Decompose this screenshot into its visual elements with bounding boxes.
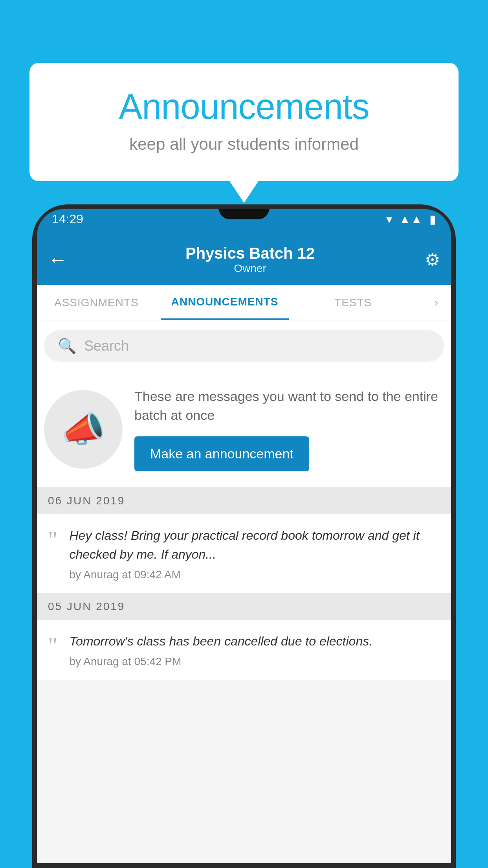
announcement-message-1: Hey class! Bring your practical record b…: [70, 526, 444, 564]
tab-announcements[interactable]: ANNOUNCEMENTS: [161, 285, 289, 320]
speech-bubble-container: Announcements keep all your students inf…: [29, 63, 459, 181]
announcement-meta-1: by Anurag at 09:42 AM: [70, 568, 444, 581]
app-bar: ← Physics Batch 12 Owner ⚙: [32, 234, 456, 285]
battery-icon: ▮: [429, 212, 436, 226]
megaphone-circle: 📣: [44, 390, 123, 469]
announcement-description: These are messages you want to send to t…: [134, 387, 444, 425]
search-bar-container: 🔍 Search: [32, 320, 456, 371]
date-separator-2: 05 JUN 2019: [32, 593, 456, 620]
announcement-text-1: Hey class! Bring your practical record b…: [70, 526, 444, 581]
date-separator-1: 06 JUN 2019: [32, 487, 456, 514]
quote-icon-1: ": [48, 528, 58, 552]
search-input-wrap[interactable]: 🔍 Search: [44, 330, 444, 362]
tab-more[interactable]: ›: [417, 285, 456, 320]
announcement-banner: 📣 These are messages you want to send to…: [32, 371, 456, 487]
bubble-subtitle: keep all your students informed: [61, 135, 427, 154]
status-bar: 14:29 ▾ ▲▲ ▮: [32, 204, 456, 234]
phone-frame: 14:29 ▾ ▲▲ ▮ ← Physics Batch 12 Owner ⚙ …: [32, 204, 456, 868]
tabs-bar: ASSIGNMENTS ANNOUNCEMENTS TESTS ›: [32, 285, 456, 320]
announcement-info: These are messages you want to send to t…: [134, 387, 444, 471]
announcement-text-2: Tomorrow's class has been cancelled due …: [70, 632, 444, 668]
announcement-item-1: " Hey class! Bring your practical record…: [32, 514, 456, 593]
tab-tests[interactable]: TESTS: [289, 285, 417, 320]
quote-icon-2: ": [48, 634, 58, 657]
megaphone-icon: 📣: [61, 409, 105, 450]
app-bar-title-section: Physics Batch 12 Owner: [75, 245, 425, 275]
search-icon: 🔍: [58, 337, 76, 355]
batch-name: Physics Batch 12: [75, 245, 425, 262]
bubble-title: Announcements: [61, 86, 427, 127]
announcement-meta-2: by Anurag at 05:42 PM: [70, 655, 444, 668]
tab-assignments[interactable]: ASSIGNMENTS: [32, 285, 161, 320]
settings-button[interactable]: ⚙: [425, 250, 440, 270]
speech-bubble: Announcements keep all your students inf…: [29, 63, 459, 181]
announcement-message-2: Tomorrow's class has been cancelled due …: [70, 632, 444, 651]
batch-role: Owner: [75, 262, 425, 275]
phone-screen: 14:29 ▾ ▲▲ ▮ ← Physics Batch 12 Owner ⚙ …: [32, 204, 456, 868]
make-announcement-button[interactable]: Make an announcement: [134, 436, 309, 471]
announcement-item-2: " Tomorrow's class has been cancelled du…: [32, 620, 456, 680]
wifi-icon: ▾: [386, 212, 392, 226]
status-time: 14:29: [52, 212, 83, 226]
notch: [218, 204, 270, 219]
back-button[interactable]: ←: [48, 248, 68, 271]
content-area: 🔍 Search 📣 These are messages you want t…: [32, 320, 456, 680]
search-placeholder: Search: [84, 338, 129, 354]
status-icons: ▾ ▲▲ ▮: [386, 212, 436, 226]
signal-icon: ▲▲: [399, 213, 422, 226]
